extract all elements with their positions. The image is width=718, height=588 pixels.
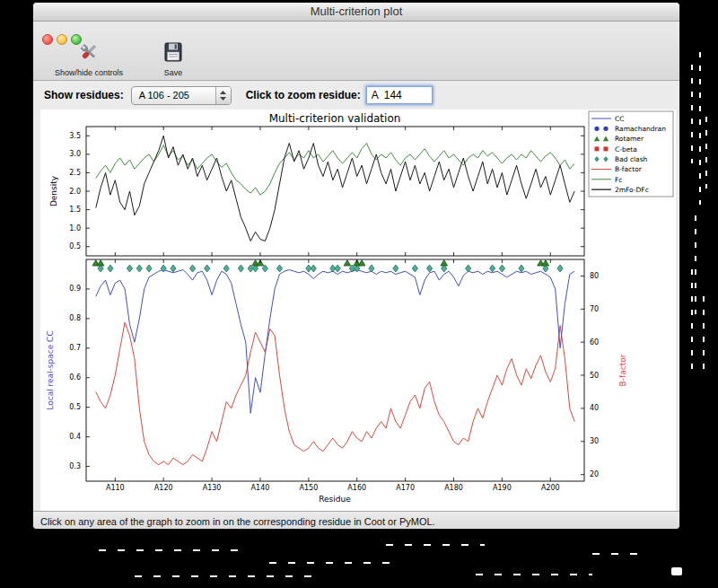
save-label: Save	[164, 68, 183, 77]
svg-text:A180: A180	[444, 484, 463, 492]
residue-range-value: A 106 - 205	[139, 90, 189, 101]
svg-text:3.5: 3.5	[69, 132, 81, 140]
residue-range-select[interactable]: A 106 - 205	[131, 86, 232, 105]
svg-text:1.5: 1.5	[69, 206, 81, 214]
title-bar[interactable]: Multi-criterion plot	[33, 3, 679, 22]
show-residues-label: Show residues:	[44, 89, 124, 101]
svg-text:30: 30	[590, 437, 599, 445]
svg-text:0.8: 0.8	[69, 314, 81, 322]
svg-text:A200: A200	[541, 484, 560, 492]
svg-text:0.5: 0.5	[69, 242, 81, 250]
validation-plot[interactable]: Multi-criterion validation0.51.01.52.02.…	[40, 110, 676, 511]
svg-text:2.5: 2.5	[69, 169, 81, 177]
svg-text:2.0: 2.0	[69, 188, 81, 196]
bottom-plot: 0.30.40.50.60.70.80.920304050607080A110A…	[46, 259, 627, 504]
screen-artifact	[99, 549, 242, 551]
top-plot: 0.51.01.52.02.53.03.5Density	[49, 127, 584, 256]
screen-artifact	[703, 296, 705, 377]
svg-text:20: 20	[590, 470, 599, 478]
screen-artifact	[695, 215, 696, 314]
save-icon	[162, 41, 184, 66]
tools-icon	[78, 41, 100, 66]
show-hide-controls-button[interactable]: Show/hide controls	[39, 25, 139, 77]
plot-legend: CCRamachandranRotamerC-betaBad clashB-fa…	[589, 111, 673, 197]
svg-text:CC: CC	[615, 115, 624, 123]
screen-artifact	[135, 575, 314, 577]
svg-text:A110: A110	[106, 484, 125, 492]
plot-panel[interactable]: Multi-criterion validation0.51.01.52.02.…	[40, 110, 676, 511]
svg-text:A150: A150	[299, 484, 318, 492]
multi-criterion-plot-window: Multi-criterion plot	[32, 2, 680, 530]
desktop-background: Multi-criterion plot	[0, 0, 718, 588]
svg-text:80: 80	[590, 272, 599, 280]
svg-text:0.6: 0.6	[69, 373, 81, 382]
zoom-residue-label: Click to zoom residue:	[246, 89, 361, 101]
svg-text:0.9: 0.9	[69, 285, 81, 293]
stepper-arrows-icon	[215, 87, 231, 104]
screen-artifact	[671, 567, 682, 575]
screen-artifact	[699, 52, 701, 205]
svg-text:2mFo-DFc: 2mFo-DFc	[615, 186, 649, 194]
svg-text:A130: A130	[203, 484, 222, 492]
bfactor-axis-label: B-factor	[618, 354, 627, 386]
window-title: Multi-criterion plot	[311, 4, 403, 18]
density-axis-label: Density	[49, 175, 58, 206]
svg-text:0.3: 0.3	[69, 462, 81, 470]
svg-text:60: 60	[590, 338, 599, 347]
toolbar: Show/hide controls Save	[33, 22, 679, 81]
svg-text:0.5: 0.5	[69, 403, 81, 411]
controls-bar: Show residues: A 106 - 205 Click to zoom…	[33, 81, 679, 110]
svg-text:B-factor: B-factor	[615, 165, 643, 173]
svg-text:Bad clash: Bad clash	[615, 155, 648, 163]
save-button[interactable]: Save	[146, 25, 200, 77]
cc-axis-label: Local real-space CC	[46, 330, 55, 409]
svg-text:50: 50	[590, 372, 599, 380]
screen-artifact	[269, 562, 395, 564]
svg-text:A160: A160	[347, 484, 366, 492]
screen-artifact	[592, 553, 637, 555]
svg-text:Fc: Fc	[615, 176, 622, 184]
zoom-residue-input[interactable]	[366, 86, 433, 104]
svg-text:A120: A120	[154, 484, 173, 492]
svg-text:A190: A190	[493, 484, 512, 492]
svg-text:40: 40	[590, 404, 599, 412]
svg-text:0.7: 0.7	[69, 344, 81, 352]
svg-text:3.0: 3.0	[69, 150, 81, 158]
svg-text:A140: A140	[251, 484, 270, 492]
status-text: Click on any area of the graph to zoom i…	[40, 516, 435, 527]
screen-artifact	[476, 574, 592, 575]
svg-text:70: 70	[590, 305, 599, 313]
svg-text:1.0: 1.0	[69, 224, 81, 233]
svg-text:C-beta: C-beta	[615, 145, 637, 154]
svg-text:A170: A170	[396, 484, 415, 492]
status-bar: Click on any area of the graph to zoom i…	[33, 511, 679, 530]
screen-artifact	[386, 544, 485, 546]
screen-artifact	[691, 269, 693, 377]
svg-text:Rotamer: Rotamer	[615, 135, 644, 143]
screen-artifact	[691, 65, 693, 163]
show-hide-controls-label: Show/hide controls	[55, 68, 123, 77]
svg-text:Ramachandran: Ramachandran	[615, 125, 666, 133]
svg-text:0.4: 0.4	[69, 433, 81, 441]
residue-axis-label: Residue	[319, 495, 351, 504]
figure-title: Multi-criterion validation	[269, 112, 401, 125]
screen-artifact	[705, 117, 707, 189]
